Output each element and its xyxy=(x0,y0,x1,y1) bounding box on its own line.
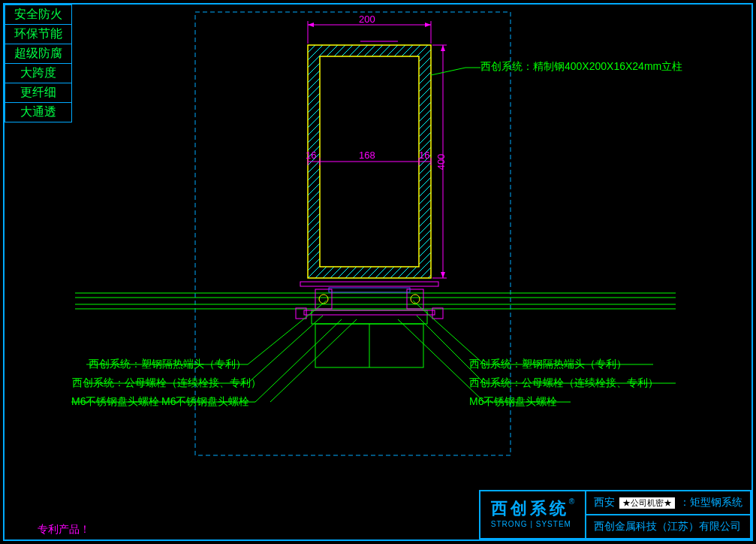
logo-main: 西创系统 xyxy=(491,499,569,518)
glazing-lines xyxy=(75,293,676,309)
confidential-badge: ★公司机密★ xyxy=(619,497,675,509)
registered-icon: ® xyxy=(569,497,574,506)
svg-line-26 xyxy=(248,301,327,364)
bracket-assembly xyxy=(296,282,443,367)
cad-drawing xyxy=(0,0,756,544)
svg-rect-20 xyxy=(312,310,427,324)
svg-rect-21 xyxy=(304,310,435,315)
title-suffix: ：矩型钢系统 xyxy=(679,496,742,508)
label-thermal-right: 西创系统：塑钢隔热端头（专利） xyxy=(469,358,627,371)
leader-column xyxy=(431,68,465,75)
label-m6-left-a: M6不锈钢盘头螺栓 xyxy=(71,395,159,409)
label-m6-right: M6不锈钢盘头螺栓 xyxy=(469,395,557,409)
logo-sub: STRONG | SYSTEM xyxy=(491,520,574,528)
title-block: 西创系统® STRONG | SYSTEM 西安 ★公司机密★ ：矩型钢系统 西… xyxy=(479,490,751,539)
title-block-row-1: 西安 ★公司机密★ ：矩型钢系统 xyxy=(586,491,750,515)
svg-line-30 xyxy=(255,319,342,402)
svg-rect-14 xyxy=(300,282,438,286)
label-m6-left-b: M6不锈钢盘头螺栓 xyxy=(161,395,249,409)
svg-line-35 xyxy=(417,316,484,383)
svg-rect-19 xyxy=(329,288,410,292)
svg-line-32 xyxy=(270,319,357,402)
svg-rect-25 xyxy=(432,308,443,319)
dim-16a: 16 xyxy=(306,150,316,161)
svg-rect-24 xyxy=(296,308,306,319)
svg-point-17 xyxy=(319,295,328,304)
label-column: 西创系统：精制钢400X200X16X24mm立柱 xyxy=(480,60,682,74)
dim-400: 400 xyxy=(435,154,447,171)
title-prefix: 西安 xyxy=(594,496,615,508)
dim-168: 168 xyxy=(359,150,375,161)
label-thermal-left: 西创系统：塑钢隔热端头（专利） xyxy=(89,358,246,371)
patent-note: 专利产品！ xyxy=(38,523,90,536)
dim-200: 200 xyxy=(359,14,375,25)
label-bolt-left: 西创系统：公母螺栓（连续栓接、专利） xyxy=(72,376,261,390)
dim-16b: 16 xyxy=(419,150,429,161)
title-block-row-2: 西创金属科技（江苏）有限公司 xyxy=(586,515,750,538)
title-block-info: 西安 ★公司机密★ ：矩型钢系统 西创金属科技（江苏）有限公司 xyxy=(586,491,750,538)
label-bolt-right: 西创系统：公母螺栓（连续栓接、专利） xyxy=(469,376,658,390)
title-block-logo: 西创系统® STRONG | SYSTEM xyxy=(480,491,586,538)
